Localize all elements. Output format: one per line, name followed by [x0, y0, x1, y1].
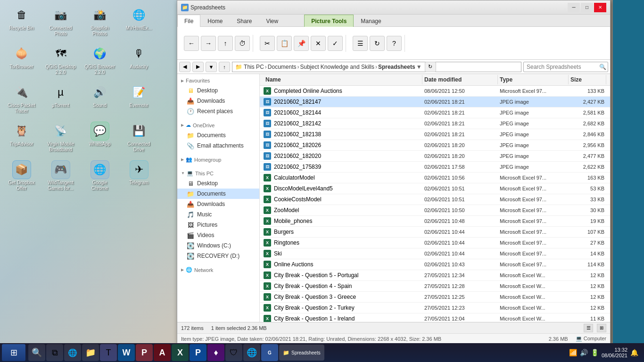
- network-sys-icon[interactable]: 📶: [569, 349, 577, 356]
- desktop-icon[interactable]: 🎮 WildTangent Games for...: [43, 158, 78, 193]
- table-row[interactable]: X Ski 02/06/2021 10:44 Microsoft Excel 9…: [260, 248, 610, 259]
- desktop-icon[interactable]: 🌍 QGIS Browser 2.2.0: [82, 42, 117, 77]
- desktop-icon[interactable]: 🗺 QGIS Desktop 2.2.0: [43, 42, 78, 77]
- notification-icon[interactable]: 🔔: [630, 349, 638, 356]
- table-row[interactable]: X City Break - Question 5 - Portugal 27/…: [260, 270, 610, 281]
- table-row[interactable]: X Ringtones 02/06/2021 10:44 Microsoft E…: [260, 238, 610, 248]
- table-row[interactable]: X Online Auctions 02/06/2021 10:43 Micro…: [260, 259, 610, 270]
- taskbar-publisher[interactable]: P: [190, 344, 206, 361]
- taskbar-edge[interactable]: 🌐: [64, 344, 81, 361]
- table-row[interactable]: 🖼 20210602_182147 02/06/2021 18:21 JPEG …: [260, 97, 610, 107]
- ribbon-up-btn[interactable]: ↑: [218, 36, 233, 51]
- sidebar-item-recent[interactable]: 🕐 Recent places: [177, 106, 259, 116]
- taskbar-explorer[interactable]: 📁: [82, 344, 99, 361]
- refresh-button[interactable]: ↻: [425, 62, 436, 72]
- nav-back-button[interactable]: ◀: [179, 62, 190, 72]
- thispc-header[interactable]: ▼ 💻 This PC: [177, 168, 259, 178]
- table-row[interactable]: X City Break - Question 1 - Ireland 27/0…: [260, 313, 610, 322]
- desktop-icon[interactable]: 🌐 MVHtmlEx...: [121, 4, 157, 39]
- desktop-icon[interactable]: 🎙 Audacity: [121, 42, 157, 77]
- nav-up-button[interactable]: ↑: [219, 62, 230, 72]
- address-path[interactable]: 📁 This PC › Documents › Subject Knowledg…: [232, 62, 521, 72]
- desktop-icon[interactable]: 📦 Get Dropbox Offer: [4, 158, 39, 193]
- desktop-icon[interactable]: 💬 WhatsApp: [82, 120, 117, 155]
- desktop-icon[interactable]: 🧅 TorBrowser: [4, 42, 39, 77]
- volume-sys-icon[interactable]: 🔊: [580, 349, 588, 356]
- desktop-icon[interactable]: 🔌 Cisco Packet Tracer: [4, 81, 39, 116]
- ribbon-copy-btn[interactable]: 📋: [277, 36, 292, 51]
- onedrive-header[interactable]: ▶ ☁ OneDrive: [177, 120, 259, 130]
- sidebar-item-recovery-d[interactable]: 💽 RECOVERY (D:): [177, 251, 259, 261]
- table-row[interactable]: X City Break - Question 2 - Turkey 27/05…: [260, 303, 610, 313]
- nav-forward-button[interactable]: ▶: [192, 62, 204, 72]
- taskbar-word[interactable]: W: [118, 344, 135, 361]
- col-name[interactable]: Name: [264, 75, 422, 84]
- taskbar-clock[interactable]: 13:32 08/06/2021: [602, 347, 627, 358]
- table-row[interactable]: X City Break - Question 4 - Spain 27/05/…: [260, 281, 610, 292]
- desktop-icon[interactable]: 📷 Connected Photo: [43, 4, 78, 39]
- taskbar-explorer-app[interactable]: 📁 Spreadsheets: [279, 345, 324, 361]
- table-row[interactable]: X CalculatorModel 02/06/2021 10:56 Micro…: [260, 173, 610, 183]
- desktop-icon[interactable]: 💾 Connected Drive: [121, 120, 157, 155]
- taskbar-taskview[interactable]: ⧉: [46, 344, 63, 361]
- ribbon-view-btn[interactable]: ☰: [353, 36, 368, 51]
- tab-manage[interactable]: Manage: [354, 15, 388, 27]
- table-row[interactable]: 🖼 20210602_182020 02/06/2021 18:20 JPEG …: [260, 151, 610, 162]
- taskbar-gdrive[interactable]: G: [261, 344, 278, 361]
- tab-picture-tools[interactable]: Picture Tools: [304, 15, 354, 27]
- table-row[interactable]: 🖼 20210602_182142 02/06/2021 18:21 JPEG …: [260, 118, 610, 129]
- sidebar-item-od-documents[interactable]: 📁 Documents: [177, 130, 259, 140]
- ribbon-back-btn[interactable]: ←: [184, 36, 199, 51]
- col-size[interactable]: Size: [569, 75, 606, 84]
- nav-recent-button[interactable]: ▼: [206, 62, 217, 72]
- table-row[interactable]: 🖼 20210602_182026 02/06/2021 18:20 JPEG …: [260, 140, 610, 151]
- sidebar-item-documents[interactable]: 📁 Documents: [177, 189, 259, 199]
- sidebar-item-pictures[interactable]: 🖼 Pictures: [177, 220, 259, 230]
- table-row[interactable]: X Burgers 02/06/2021 10:44 Microsoft Exc…: [260, 227, 610, 238]
- taskbar-onenote[interactable]: ♦: [207, 344, 224, 361]
- start-button[interactable]: ⊞: [2, 344, 25, 361]
- homegroup-header[interactable]: ▶ 👥 Homegroup: [177, 155, 259, 165]
- ribbon-forward-btn[interactable]: →: [201, 36, 216, 51]
- table-row[interactable]: X Completed Online Auctions 08/06/2021 1…: [260, 86, 610, 97]
- taskbar-powerpoint[interactable]: P: [136, 344, 153, 361]
- table-row[interactable]: X CookieCostsModel 02/06/2021 10:51 Micr…: [260, 194, 610, 205]
- table-row[interactable]: X City Break - Question 3 - Greece 27/05…: [260, 292, 610, 303]
- desktop-icon[interactable]: 📸 Snapfish Photos: [82, 4, 117, 39]
- desktop-icon[interactable]: 📡 Virgin Mobile Broadband: [43, 120, 78, 155]
- sidebar-item-downloads[interactable]: 📥 Downloads: [177, 199, 259, 209]
- maximize-button[interactable]: □: [581, 3, 593, 12]
- ribbon-cut-btn[interactable]: ✂: [260, 36, 275, 51]
- sidebar-item-music[interactable]: 🎵 Music: [177, 209, 259, 220]
- desktop-icon[interactable]: 🔊 Sound: [82, 81, 117, 116]
- sidebar-item-videos[interactable]: 🎬 Videos: [177, 230, 259, 240]
- col-date[interactable]: Date modified: [422, 75, 498, 84]
- sidebar-item-desktop-fav[interactable]: 🖥 Desktop: [177, 85, 259, 96]
- taskbar-teams[interactable]: T: [100, 344, 117, 361]
- ribbon-refresh-btn[interactable]: ↻: [370, 36, 385, 51]
- ribbon-recent-btn[interactable]: ⏱: [235, 36, 250, 51]
- table-row[interactable]: 🖼 20210602_182138 02/06/2021 18:21 JPEG …: [260, 129, 610, 140]
- table-row[interactable]: X DiscoModelLevel4and5 02/06/2021 10:51 …: [260, 183, 610, 194]
- desktop-icon[interactable]: 📝 Evernote: [121, 81, 157, 116]
- tab-home[interactable]: Home: [200, 15, 230, 27]
- ribbon-delete-btn[interactable]: ✕: [311, 36, 326, 51]
- sidebar-item-downloads-fav[interactable]: 📥 Downloads: [177, 96, 259, 106]
- desktop-icon[interactable]: 🗑 Recycle Bin: [4, 4, 39, 39]
- favourites-header[interactable]: ▶ Favourites: [177, 76, 259, 85]
- details-view-btn[interactable]: ☰: [584, 324, 593, 332]
- sidebar-item-desktop-pc[interactable]: 🖥 Desktop: [177, 178, 259, 189]
- ribbon-paste-btn[interactable]: 📌: [294, 36, 309, 51]
- desktop-icon[interactable]: ✈ Telegram: [121, 158, 157, 193]
- sidebar-item-windows-c[interactable]: 💽 Windows (C:): [177, 240, 259, 251]
- battery-sys-icon[interactable]: 🔋: [591, 349, 599, 356]
- search-box[interactable]: 🔍: [523, 62, 608, 72]
- col-type[interactable]: Type: [498, 75, 569, 84]
- desktop-icon[interactable]: µ µTorrent: [43, 81, 78, 116]
- tab-view[interactable]: View: [259, 15, 285, 27]
- table-row[interactable]: 🖼 20210602_175839 02/06/2021 17:58 JPEG …: [260, 162, 610, 173]
- desktop-icon[interactable]: 🌐 Google Chrome: [82, 158, 117, 193]
- taskbar-security[interactable]: 🛡: [225, 344, 242, 361]
- search-input[interactable]: [527, 64, 597, 70]
- minimize-button[interactable]: ─: [568, 3, 580, 12]
